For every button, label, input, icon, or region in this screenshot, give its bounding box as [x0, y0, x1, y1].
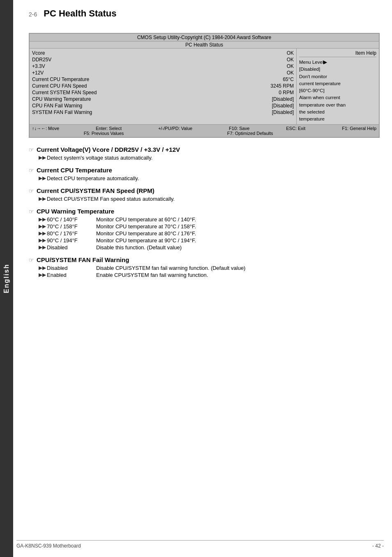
- item-help-title: Item Help: [299, 50, 376, 57]
- section-arrow-icon: ☞: [29, 167, 34, 174]
- section-number: 2-6: [29, 11, 37, 18]
- section-title: Current CPU Temperature: [37, 167, 112, 174]
- desc-arrow-icon: ▶▶: [39, 244, 47, 251]
- bios-footer-row2: F5: Previous ValuesF7: Optimized Default…: [32, 131, 376, 136]
- main-content: 2-6 PC Health Status CMOS Setup Utility-…: [16, 0, 392, 291]
- bios-row: Current CPU FAN Speed3245 RPM: [32, 83, 294, 89]
- desc-value: Detect CPU/SYSTEM Fan speed status autom…: [47, 196, 175, 202]
- desc-item: ▶▶DisabledDisable CPU/SYSTEM fan fail wa…: [39, 265, 380, 271]
- bios-row-label: Current SYSTEM FAN Speed: [32, 90, 261, 95]
- footer-item: F1: General Help: [342, 126, 376, 131]
- bios-row: DDR25VOK: [32, 57, 294, 63]
- section-title: CPU/SYSTEM FAN Fail Warning: [37, 256, 129, 263]
- footer-item: F5: Previous Values: [84, 131, 124, 136]
- desc-arrow-icon: ▶▶: [39, 230, 47, 237]
- bios-row-value: [Disabled]: [261, 103, 294, 109]
- bios-row-label: Vcore: [32, 50, 261, 56]
- item-help-line: the selected: [299, 109, 376, 116]
- desc-arrow-icon: ▶▶: [39, 272, 47, 278]
- desc-item: ▶▶Detect system's voltage status automat…: [39, 155, 380, 161]
- bios-row-label: DDR25V: [32, 57, 261, 63]
- desc-item: ▶▶60°C / 140°FMonitor CPU temperature at…: [39, 216, 380, 223]
- item-help-line: [Disabled]: [299, 66, 376, 73]
- desc-value: Enable CPU/SYSTEM fan fail warning funct…: [96, 272, 208, 278]
- bios-row-label: Current CPU Temperature: [32, 77, 261, 82]
- footer-right: - 42 -: [372, 543, 384, 549]
- page-footer: GA-K8NSC-939 Motherboard - 42 -: [16, 540, 384, 549]
- bios-row-value: OK: [261, 70, 294, 76]
- bios-row-value: 65°C: [261, 77, 294, 82]
- section-header: ☞Current Voltage(V) Vcore / DDR25V / +3.…: [29, 146, 380, 153]
- bios-row-value: OK: [261, 63, 294, 69]
- desc-value: Monitor CPU temperature at 70°C / 158°F.: [96, 223, 196, 230]
- item-help-line: current temperature: [299, 80, 376, 87]
- footer-item: ESC: Exit: [286, 126, 305, 131]
- desc-item: ▶▶70°C / 158°FMonitor CPU temperature at…: [39, 223, 380, 230]
- bios-header: CMOS Setup Utility-Copyright (C) 1984-20…: [30, 34, 379, 42]
- desc-key: Disabled: [47, 244, 96, 251]
- section-header: ☞Current CPU/SYSTEM FAN Speed (RPM): [29, 187, 380, 194]
- desc-key: Enabled: [47, 272, 96, 278]
- page-title: PC Health Status: [44, 8, 116, 19]
- bios-row-value: OK: [261, 50, 294, 56]
- bios-item-help: Item Help Menu Level▶[Disabled]Don't mon…: [297, 49, 379, 124]
- section-header: ☞CPU/SYSTEM FAN Fail Warning: [29, 256, 380, 263]
- item-help-line: Menu Level▶: [299, 59, 376, 66]
- desc-arrow-icon: ▶▶: [39, 265, 47, 271]
- desc-item: ▶▶DisabledDisable this function. (Defaul…: [39, 244, 380, 251]
- bios-row-value: 0 RPM: [261, 90, 294, 95]
- footer-item: +/-/PU/PD: Value: [158, 126, 192, 131]
- footer-item: F10: Save: [229, 126, 249, 131]
- desc-arrow-icon: ▶▶: [39, 223, 47, 230]
- item-help-line: temperature: [299, 116, 376, 123]
- bios-row: Current CPU Temperature65°C: [32, 77, 294, 82]
- footer-left: GA-K8NSC-939 Motherboard: [16, 543, 81, 549]
- bios-row-value: 3245 RPM: [261, 83, 294, 89]
- bios-row-value: OK: [261, 57, 294, 63]
- desc-key: 90°C / 194°F: [47, 237, 96, 244]
- desc-key: 80°C / 176°F: [47, 230, 96, 237]
- side-tab: English: [0, 0, 13, 557]
- bios-subheader: PC Health Status: [30, 42, 379, 49]
- section-title: Current CPU/SYSTEM FAN Speed (RPM): [37, 187, 154, 194]
- desc-key: 70°C / 158°F: [47, 223, 96, 230]
- section-header: ☞CPU Warning Temperature: [29, 208, 380, 215]
- desc-value: Detect system's voltage status automatic…: [47, 155, 152, 161]
- desc-value: Monitor CPU temperature at 60°C / 140°F.: [96, 216, 196, 223]
- desc-value: Detect CPU temperature automatically.: [47, 175, 139, 181]
- desc-arrow-icon: ▶▶: [39, 175, 47, 181]
- bios-row: SYSTEM FAN Fail Warning[Disabled]: [32, 109, 294, 115]
- desc-item: ▶▶90°C / 194°FMonitor CPU temperature at…: [39, 237, 380, 244]
- side-tab-label: English: [3, 264, 10, 293]
- item-help-line: temperature over than: [299, 102, 376, 109]
- desc-value: Disable this function. (Default value): [96, 244, 182, 251]
- desc-item: ▶▶Detect CPU temperature automatically.: [39, 175, 380, 181]
- section-arrow-icon: ☞: [29, 208, 34, 215]
- item-help-line: Don't monitor: [299, 73, 376, 80]
- desc-item: ▶▶80°C / 176°FMonitor CPU temperature at…: [39, 230, 380, 237]
- desc-arrow-icon: ▶▶: [39, 155, 47, 161]
- bios-row: Current SYSTEM FAN Speed0 RPM: [32, 90, 294, 95]
- bios-row: +12VOK: [32, 70, 294, 76]
- footer-item: ↑↓→←: Move: [32, 126, 59, 131]
- bios-footer-row1: ↑↓→←: MoveEnter: Select+/-/PU/PD: ValueF…: [32, 126, 376, 131]
- desc-item: ▶▶Detect CPU/SYSTEM Fan speed status aut…: [39, 196, 380, 202]
- item-help-text: Menu Level▶[Disabled]Don't monitorcurren…: [299, 59, 376, 123]
- desc-arrow-icon: ▶▶: [39, 237, 47, 244]
- bios-row: +3.3VOK: [32, 63, 294, 69]
- section-arrow-icon: ☞: [29, 188, 34, 194]
- section-arrow-icon: ☞: [29, 146, 34, 153]
- bios-settings-panel: VcoreOKDDR25VOK+3.3VOK+12VOKCurrent CPU …: [30, 49, 297, 124]
- section-arrow-icon: ☞: [29, 257, 34, 263]
- desc-key: 60°C / 140°F: [47, 216, 96, 223]
- footer-item: Enter: Select: [96, 126, 122, 131]
- bios-box: CMOS Setup Utility-Copyright (C) 1984-20…: [29, 33, 380, 138]
- bios-row-label: SYSTEM FAN Fail Warning: [32, 109, 261, 115]
- desc-arrow-icon: ▶▶: [39, 216, 47, 223]
- bios-footer: ↑↓→←: MoveEnter: Select+/-/PU/PD: ValueF…: [30, 124, 379, 137]
- footer-item: F7: Optimized Defaults: [227, 131, 273, 136]
- desc-arrow-icon: ▶▶: [39, 196, 47, 202]
- desc-value: Monitor CPU temperature at 80°C / 176°F.: [96, 230, 196, 237]
- bios-row-label: Current CPU FAN Speed: [32, 83, 261, 89]
- bios-body: VcoreOKDDR25VOK+3.3VOK+12VOKCurrent CPU …: [30, 49, 379, 124]
